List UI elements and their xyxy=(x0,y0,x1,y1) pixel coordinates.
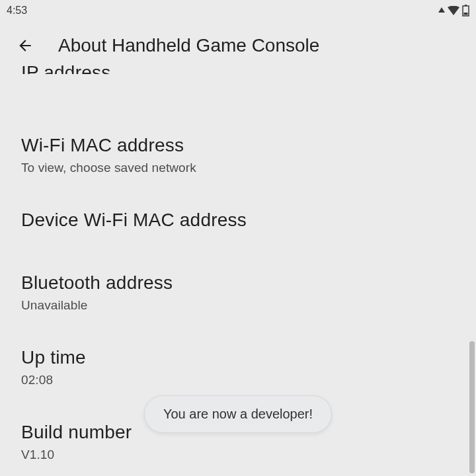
item-title: Up time xyxy=(21,346,455,369)
arrow-back-icon xyxy=(17,37,34,54)
list-item-ip-address[interactable]: IP address xyxy=(21,61,455,74)
item-subtitle: Unavailable xyxy=(21,298,455,313)
battery-icon xyxy=(462,5,469,17)
status-time: 4:53 xyxy=(7,5,27,17)
item-title: Bluetooth address xyxy=(21,271,455,294)
wifi-icon xyxy=(448,6,459,15)
status-bar: 4:53 xyxy=(0,0,476,21)
status-icons xyxy=(438,5,469,17)
toast-message: You are now a developer! xyxy=(144,395,332,433)
back-button[interactable] xyxy=(12,32,38,59)
signal-up-icon xyxy=(438,7,445,14)
page-title: About Handheld Game Console xyxy=(58,35,319,56)
item-title: IP address xyxy=(21,61,455,74)
list-item-bluetooth[interactable]: Bluetooth address Unavailable xyxy=(21,258,455,326)
item-title: Wi-Fi MAC address xyxy=(21,134,455,157)
list-item-wifi-mac[interactable]: Wi-Fi MAC address To view, choose saved … xyxy=(21,120,455,188)
list-item-uptime[interactable]: Up time 02:08 xyxy=(21,333,455,401)
svg-rect-2 xyxy=(464,13,468,15)
item-subtitle: V1.10 xyxy=(21,448,455,462)
item-title: Device Wi-Fi MAC address xyxy=(21,208,455,231)
scrollbar-thumb[interactable] xyxy=(469,341,475,473)
item-subtitle: 02:08 xyxy=(21,373,455,387)
list-item-device-wifi-mac[interactable]: Device Wi-Fi MAC address xyxy=(21,195,455,245)
item-subtitle: To view, choose saved network xyxy=(21,161,455,175)
